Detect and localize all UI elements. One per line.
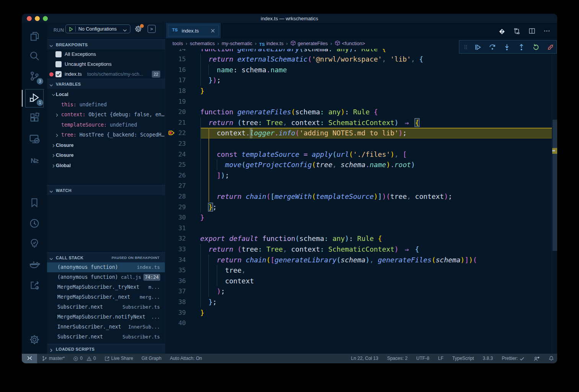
activity-bar-item-bookmarks[interactable] <box>22 194 47 213</box>
statusbar-notifications[interactable] <box>548 356 554 361</box>
breadcrumb-item[interactable]: schematics <box>190 41 215 46</box>
activity-bar-item-source-control[interactable]: 3 <box>22 67 47 86</box>
restart-icon[interactable] <box>532 44 540 52</box>
breadcrumb-separator: › <box>286 41 288 46</box>
section-header-loaded-scripts[interactable]: LOADED SCRIPTS <box>47 344 165 354</box>
breadcrumb-separator: › <box>330 41 332 46</box>
breakpoint-row[interactable]: index.tstools/schematics/my-sch...22 <box>47 69 165 79</box>
checkbox[interactable] <box>55 51 62 57</box>
activity-bar-item-nx-console[interactable]: N≥ <box>22 151 47 171</box>
code-line-33: 33 return (tree: Tree, context: Schemati… <box>165 244 557 255</box>
branch-icon <box>42 356 47 361</box>
statusbar-branch[interactable]: master* <box>42 354 65 363</box>
check-icon <box>519 356 525 361</box>
breadcrumb-item[interactable]: tools <box>172 41 183 46</box>
start-debug-icon[interactable] <box>68 26 74 34</box>
variable-row[interactable]: this: undefined <box>47 100 165 110</box>
activity-bar-item-project-share[interactable] <box>22 277 47 296</box>
callstack-frame[interactable]: (anonymous function)index.ts <box>47 262 165 272</box>
statusbar-auto-attach[interactable]: Auto Attach: On <box>170 354 202 363</box>
code-line-20: 20function generateFiles(schema: any): R… <box>165 107 557 117</box>
continue-icon[interactable] <box>474 44 481 52</box>
activity-bar-item-run-debug[interactable]: 1 <box>22 89 47 108</box>
step-out-icon[interactable] <box>518 44 525 52</box>
split-icon[interactable] <box>529 28 535 36</box>
variable-row[interactable]: context: Object {debug: false, en… <box>47 110 165 120</box>
code-line-37: 37 ); <box>165 286 557 297</box>
section-header-call-stack[interactable]: CALL STACKPAUSED ON BREAKPOINT <box>47 252 165 262</box>
breadcrumb-item[interactable]: generateFiles <box>290 41 328 46</box>
code-line-24: 24 const templateSource = apply(url('./f… <box>165 149 557 160</box>
typescript-file-icon: TS <box>172 28 178 32</box>
scrollbar[interactable] <box>552 54 557 354</box>
statusbar-feedback[interactable] <box>533 356 540 362</box>
statusbar-prettier[interactable]: Prettier: <box>502 354 525 363</box>
breadcrumb-separator: › <box>218 41 219 46</box>
variable-scope-closure[interactable]: Closure <box>47 150 165 160</box>
title-bar: index.ts — wrkschematics <box>22 14 557 23</box>
nx-icon: N≥ <box>31 157 38 165</box>
cube-icon <box>335 39 340 49</box>
bookmark-icon <box>29 197 40 210</box>
git-diamond-icon[interactable] <box>498 28 506 37</box>
statusbar-language[interactable]: TypeScript <box>452 354 474 363</box>
callstack-frame[interactable]: Subscriber.nextSubscriber.ts <box>47 302 165 312</box>
remote-indicator[interactable] <box>22 354 37 363</box>
breakpoint-row[interactable]: Uncaught Exceptions <box>47 59 165 69</box>
breadcrumb-item[interactable]: my-schematic <box>222 41 252 46</box>
activity-bar-item-todo-tree[interactable] <box>22 234 47 254</box>
close-tab-icon[interactable] <box>210 28 215 35</box>
statusbar-cursor-position[interactable]: Ln 22, Col 13 <box>351 354 378 363</box>
gripper-icon[interactable] <box>463 44 468 52</box>
statusbar-live-share[interactable]: Live Share <box>104 354 133 363</box>
code-line-15: 15 return externalSchematic('@nrwl/works… <box>165 54 557 65</box>
warning-icon <box>86 356 92 361</box>
activity-bar-item-extensions[interactable] <box>22 109 47 128</box>
callstack-frame[interactable]: (anonymous function)call.js74:24 <box>47 272 165 282</box>
debug-console-button[interactable]: > <box>148 25 156 33</box>
checkbox[interactable] <box>55 71 62 77</box>
breakpoint-row[interactable]: All Exceptions <box>47 49 165 59</box>
code-editor[interactable]: 14function generateLibrary(schema: any):… <box>165 38 557 354</box>
callstack-frame[interactable]: MergeMapSubscriber._nextmerg... <box>47 292 165 302</box>
activity-bar-item-manage[interactable] <box>22 331 47 350</box>
ellipsis-icon[interactable] <box>543 28 550 36</box>
activity-bar-item-remote-explorer[interactable] <box>22 130 47 149</box>
activity-bar-item-explorer[interactable] <box>22 28 47 47</box>
compare-icon[interactable] <box>513 28 520 36</box>
statusbar-eol[interactable]: LF <box>438 354 444 363</box>
breadcrumb-item[interactable]: TSindex.ts <box>259 41 284 46</box>
callstack-frame[interactable]: InnerSubscriber._nextInnerSub... <box>47 322 165 332</box>
breadcrumb-item[interactable]: <function> <box>335 41 365 46</box>
section-header-breakpoints[interactable]: BREAKPOINTS <box>47 39 165 49</box>
section-header-watch[interactable]: WATCH <box>47 185 165 195</box>
code-line-40: 40 <box>165 318 557 329</box>
variable-scope-local[interactable]: Local <box>47 89 165 99</box>
variable-scope-global[interactable]: Global <box>47 161 165 171</box>
live-share-icon <box>104 356 110 361</box>
step-over-icon[interactable] <box>489 44 496 52</box>
line-number: 40 <box>165 318 186 329</box>
step-into-icon[interactable] <box>503 44 511 52</box>
line-number: 26 <box>165 170 186 181</box>
variable-scope-closure[interactable]: Closure <box>47 140 165 150</box>
section-header-variables[interactable]: VARIABLES <box>47 79 165 89</box>
callstack-frame[interactable]: MergeMapSubscriber.notifyNext... <box>47 312 165 322</box>
disconnect-icon[interactable] <box>547 44 554 52</box>
statusbar-indentation[interactable]: Spaces: 2 <box>387 354 407 363</box>
tab-index-ts[interactable]: TS index.ts <box>166 23 221 38</box>
checkbox[interactable] <box>55 61 62 67</box>
statusbar-encoding[interactable]: UTF-8 <box>416 354 429 363</box>
scrollbar-thumb[interactable] <box>553 120 557 251</box>
activity-bar-item-git-history[interactable] <box>22 215 47 234</box>
activity-bar-item-docker[interactable] <box>22 255 47 275</box>
variable-row[interactable]: tree: HostTree {_backend: ScopedH… <box>47 130 165 140</box>
statusbar-problems[interactable]: 00 <box>73 354 96 363</box>
variable-row[interactable]: templateSource: undefined <box>47 120 165 130</box>
callstack-frame[interactable]: Subscriber.nextSubscriber.ts <box>47 332 165 342</box>
statusbar-ts-version[interactable]: 3.8.3 <box>483 354 493 363</box>
debug-config-dropdown[interactable]: No Configurations <box>65 24 130 33</box>
activity-bar-item-search[interactable] <box>22 47 47 66</box>
statusbar-git-graph[interactable]: Git Graph <box>141 354 161 363</box>
callstack-frame[interactable]: MergeMapSubscriber._tryNextm... <box>47 282 165 292</box>
